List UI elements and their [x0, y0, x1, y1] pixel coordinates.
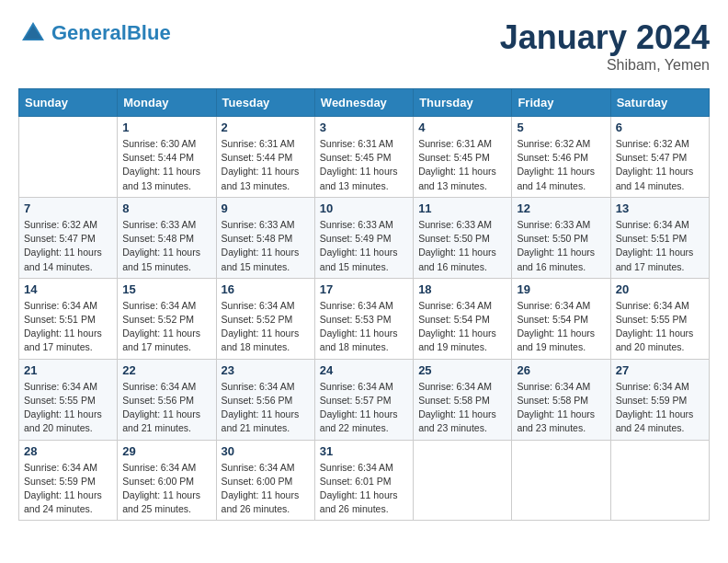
day-info: Sunrise: 6:34 AMSunset: 5:59 PMDaylight:…: [616, 380, 704, 436]
day-info: Sunrise: 6:34 AMSunset: 5:56 PMDaylight:…: [122, 380, 210, 436]
calendar-cell: 31Sunrise: 6:34 AMSunset: 6:01 PMDayligh…: [314, 440, 413, 521]
day-info: Sunrise: 6:33 AMSunset: 5:48 PMDaylight:…: [122, 218, 210, 274]
day-number: 22: [122, 363, 210, 377]
day-number: 5: [517, 121, 605, 134]
day-number: 28: [24, 444, 112, 458]
day-info: Sunrise: 6:34 AMSunset: 5:51 PMDaylight:…: [616, 218, 704, 274]
day-number: 6: [616, 121, 704, 134]
weekday-header-monday: Monday: [118, 89, 216, 117]
weekday-header-thursday: Thursday: [414, 89, 512, 117]
calendar-cell: 18Sunrise: 6:34 AMSunset: 5:54 PMDayligh…: [414, 278, 512, 359]
day-number: 4: [418, 121, 506, 134]
day-info: Sunrise: 6:34 AMSunset: 5:55 PMDaylight:…: [24, 380, 112, 436]
day-info: Sunrise: 6:34 AMSunset: 5:53 PMDaylight:…: [320, 299, 408, 355]
weekday-header-saturday: Saturday: [610, 89, 709, 117]
calendar-cell: 6Sunrise: 6:32 AMSunset: 5:47 PMDaylight…: [610, 117, 709, 198]
day-number: 19: [517, 282, 605, 296]
day-info: Sunrise: 6:31 AMSunset: 5:45 PMDaylight:…: [320, 137, 408, 193]
calendar-cell: 17Sunrise: 6:34 AMSunset: 5:53 PMDayligh…: [314, 278, 413, 359]
calendar-cell: 11Sunrise: 6:33 AMSunset: 5:50 PMDayligh…: [414, 197, 512, 278]
day-number: 31: [320, 444, 408, 458]
calendar-cell: 12Sunrise: 6:33 AMSunset: 5:50 PMDayligh…: [512, 197, 610, 278]
day-number: 20: [616, 282, 704, 296]
calendar-cell: [610, 440, 709, 521]
calendar-cell: 10Sunrise: 6:33 AMSunset: 5:49 PMDayligh…: [314, 197, 413, 278]
location: Shibam, Yemen: [500, 57, 710, 74]
calendar-cell: [414, 440, 512, 521]
day-info: Sunrise: 6:34 AMSunset: 5:57 PMDaylight:…: [320, 380, 408, 436]
page-header: GeneralBlue January 2024 Shibam, Yemen: [18, 18, 710, 74]
day-number: 24: [320, 363, 408, 377]
calendar-cell: 15Sunrise: 6:34 AMSunset: 5:52 PMDayligh…: [118, 278, 216, 359]
day-info: Sunrise: 6:34 AMSunset: 5:52 PMDaylight:…: [122, 299, 210, 355]
calendar-cell: 7Sunrise: 6:32 AMSunset: 5:47 PMDaylight…: [19, 197, 118, 278]
calendar-cell: 13Sunrise: 6:34 AMSunset: 5:51 PMDayligh…: [610, 197, 709, 278]
day-info: Sunrise: 6:34 AMSunset: 6:00 PMDaylight:…: [222, 461, 310, 517]
day-info: Sunrise: 6:34 AMSunset: 6:00 PMDaylight:…: [122, 461, 210, 517]
logo-line2: Blue: [127, 21, 171, 44]
day-info: Sunrise: 6:34 AMSunset: 5:52 PMDaylight:…: [222, 299, 310, 355]
day-number: 16: [222, 282, 310, 296]
calendar-cell: 5Sunrise: 6:32 AMSunset: 5:46 PMDaylight…: [512, 117, 610, 198]
logo-text: GeneralBlue: [51, 22, 171, 44]
day-number: 1: [122, 121, 210, 134]
weekday-header-tuesday: Tuesday: [216, 89, 314, 117]
day-info: Sunrise: 6:32 AMSunset: 5:47 PMDaylight:…: [616, 137, 704, 193]
day-number: 15: [122, 282, 210, 296]
calendar-cell: 4Sunrise: 6:31 AMSunset: 5:45 PMDaylight…: [414, 117, 512, 198]
day-number: 30: [222, 444, 310, 458]
day-number: 7: [24, 201, 112, 215]
calendar-cell: 22Sunrise: 6:34 AMSunset: 5:56 PMDayligh…: [118, 359, 216, 440]
day-info: Sunrise: 6:30 AMSunset: 5:44 PMDaylight:…: [122, 137, 210, 193]
calendar-cell: 25Sunrise: 6:34 AMSunset: 5:58 PMDayligh…: [414, 359, 512, 440]
day-info: Sunrise: 6:34 AMSunset: 5:54 PMDaylight:…: [418, 299, 506, 355]
week-row-3: 14Sunrise: 6:34 AMSunset: 5:51 PMDayligh…: [19, 278, 710, 359]
day-number: 18: [418, 282, 506, 296]
calendar-cell: 20Sunrise: 6:34 AMSunset: 5:55 PMDayligh…: [610, 278, 709, 359]
calendar-cell: 19Sunrise: 6:34 AMSunset: 5:54 PMDayligh…: [512, 278, 610, 359]
week-row-4: 21Sunrise: 6:34 AMSunset: 5:55 PMDayligh…: [19, 359, 710, 440]
day-number: 14: [24, 282, 112, 296]
month-title: January 2024: [500, 18, 710, 57]
calendar-cell: 1Sunrise: 6:30 AMSunset: 5:44 PMDaylight…: [118, 117, 216, 198]
day-info: Sunrise: 6:34 AMSunset: 5:54 PMDaylight:…: [517, 299, 605, 355]
calendar-cell: 3Sunrise: 6:31 AMSunset: 5:45 PMDaylight…: [314, 117, 413, 198]
day-info: Sunrise: 6:33 AMSunset: 5:50 PMDaylight:…: [517, 218, 605, 274]
calendar-cell: 24Sunrise: 6:34 AMSunset: 5:57 PMDayligh…: [314, 359, 413, 440]
calendar-cell: 27Sunrise: 6:34 AMSunset: 5:59 PMDayligh…: [610, 359, 709, 440]
day-info: Sunrise: 6:32 AMSunset: 5:46 PMDaylight:…: [517, 137, 605, 193]
calendar-cell: [19, 117, 118, 198]
day-number: 13: [616, 201, 704, 215]
weekday-header-row: SundayMondayTuesdayWednesdayThursdayFrid…: [19, 89, 710, 117]
day-number: 27: [616, 363, 704, 377]
calendar-cell: [512, 440, 610, 521]
day-info: Sunrise: 6:34 AMSunset: 5:58 PMDaylight:…: [517, 380, 605, 436]
day-number: 9: [222, 201, 310, 215]
calendar-cell: 9Sunrise: 6:33 AMSunset: 5:48 PMDaylight…: [216, 197, 314, 278]
week-row-5: 28Sunrise: 6:34 AMSunset: 5:59 PMDayligh…: [19, 440, 710, 521]
day-info: Sunrise: 6:34 AMSunset: 5:56 PMDaylight:…: [222, 380, 310, 436]
day-number: 8: [122, 201, 210, 215]
day-info: Sunrise: 6:31 AMSunset: 5:45 PMDaylight:…: [418, 137, 506, 193]
calendar-table: SundayMondayTuesdayWednesdayThursdayFrid…: [18, 88, 710, 521]
day-info: Sunrise: 6:31 AMSunset: 5:44 PMDaylight:…: [222, 137, 310, 193]
weekday-header-sunday: Sunday: [19, 89, 118, 117]
day-info: Sunrise: 6:34 AMSunset: 5:51 PMDaylight:…: [24, 299, 112, 355]
day-number: 26: [517, 363, 605, 377]
calendar-cell: 16Sunrise: 6:34 AMSunset: 5:52 PMDayligh…: [216, 278, 314, 359]
day-number: 17: [320, 282, 408, 296]
calendar-cell: 14Sunrise: 6:34 AMSunset: 5:51 PMDayligh…: [19, 278, 118, 359]
day-number: 12: [517, 201, 605, 215]
day-info: Sunrise: 6:33 AMSunset: 5:49 PMDaylight:…: [320, 218, 408, 274]
day-number: 25: [418, 363, 506, 377]
day-number: 2: [222, 121, 310, 134]
weekday-header-wednesday: Wednesday: [314, 89, 413, 117]
logo-line1: General: [51, 21, 127, 44]
day-info: Sunrise: 6:34 AMSunset: 5:55 PMDaylight:…: [616, 299, 704, 355]
day-info: Sunrise: 6:34 AMSunset: 5:58 PMDaylight:…: [418, 380, 506, 436]
weekday-header-friday: Friday: [512, 89, 610, 117]
calendar-cell: 28Sunrise: 6:34 AMSunset: 5:59 PMDayligh…: [19, 440, 118, 521]
calendar-cell: 29Sunrise: 6:34 AMSunset: 6:00 PMDayligh…: [118, 440, 216, 521]
logo-icon: [18, 18, 48, 48]
week-row-1: 1Sunrise: 6:30 AMSunset: 5:44 PMDaylight…: [19, 117, 710, 198]
